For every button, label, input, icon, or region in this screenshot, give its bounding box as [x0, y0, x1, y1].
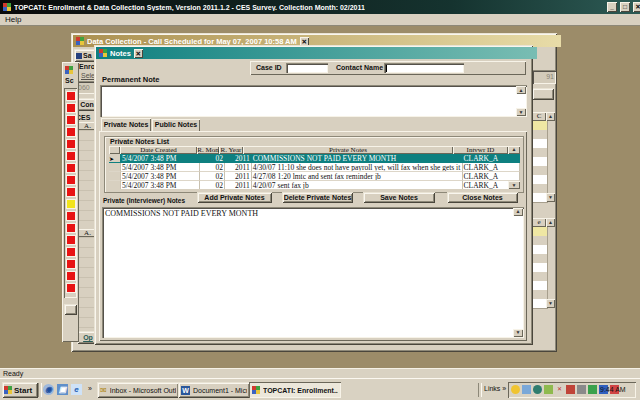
status-square[interactable]	[67, 176, 75, 184]
case-id-label: Case ID	[256, 64, 282, 72]
minimize-button[interactable]: _	[607, 2, 617, 12]
col-private-notes[interactable]: Private Notes	[243, 146, 453, 154]
task-button-topcati[interactable]: TOPCATI: Enrollment...	[249, 382, 341, 398]
row-selector[interactable]	[109, 181, 121, 189]
status-square[interactable]	[67, 188, 75, 196]
status-square[interactable]	[67, 140, 75, 148]
cell-note[interactable]: 4/30/07 11:10 she does not have payroll …	[252, 163, 463, 172]
quick-launch-chevron-icon[interactable]: »	[88, 385, 92, 392]
status-square[interactable]	[67, 104, 75, 112]
cell-note[interactable]: 4/27/08 1:20 lmtc and sent fax reminder …	[252, 172, 463, 181]
scroll-up-icon[interactable]: ▲	[513, 208, 523, 216]
cell-ryear[interactable]: 2011	[225, 172, 252, 181]
col-r-year[interactable]: R. Year	[219, 146, 243, 154]
status-square[interactable]	[67, 92, 75, 100]
taskbar-clock[interactable]: 9:44 AM	[600, 386, 626, 393]
cell-intvwr[interactable]: CLARK_A	[463, 172, 520, 181]
status-square[interactable]	[67, 128, 75, 136]
table-row[interactable]: ➤ 5/4/2007 3:48 PM 02 2011 COMMISSIONS N…	[109, 154, 520, 163]
cell-ryear[interactable]: 2011	[225, 154, 252, 163]
quick-launch-icon[interactable]: ▣	[57, 384, 68, 395]
cell-date[interactable]: 5/4/2007 3:48 PM	[121, 181, 200, 189]
status-square[interactable]	[67, 260, 75, 268]
cell-rmon[interactable]: 02	[200, 163, 225, 172]
start-button[interactable]: Start	[2, 382, 38, 398]
cell-rmon[interactable]: 02	[200, 181, 225, 189]
notes-close-button[interactable]: ✕	[134, 49, 143, 58]
tray-icon[interactable]	[566, 385, 575, 394]
grid-scroll-up[interactable]: ▲	[508, 146, 520, 154]
schedule-status-list[interactable]	[64, 88, 77, 298]
row-selector[interactable]: ➤	[109, 154, 121, 163]
grid-scroll-down[interactable]: ▼	[508, 181, 520, 189]
cell-note[interactable]: COMMISSIONS NOT PAID EVERY MONTH	[252, 154, 463, 163]
private-notes-grid[interactable]: Date Created R. Mon R. Year Private Note…	[109, 146, 520, 189]
quick-launch-icon[interactable]: ◉	[43, 384, 54, 395]
status-square[interactable]	[67, 236, 75, 244]
status-square[interactable]	[67, 116, 75, 124]
status-square[interactable]	[67, 152, 75, 160]
quick-launch-icon[interactable]: e	[71, 384, 82, 395]
tray-icon[interactable]: ✕	[555, 385, 564, 394]
scroll-up-icon[interactable]: ▲	[516, 86, 526, 94]
col-r-mon[interactable]: R. Mon	[197, 146, 219, 154]
cell-intvwr[interactable]: CLARK_A	[463, 154, 520, 163]
scroll-up-icon[interactable]: ▲	[546, 218, 555, 227]
contact-name-input[interactable]	[384, 63, 464, 73]
add-private-notes-button[interactable]: Add Private Notes	[197, 192, 272, 203]
task-button-word[interactable]: W Document1 - Microsoft W...	[178, 382, 250, 398]
status-square[interactable]	[67, 272, 75, 280]
tab-public-notes[interactable]: Public Notes	[152, 119, 200, 131]
main-close-button[interactable]: ✕	[633, 2, 640, 12]
table-row[interactable]: 5/4/2007 3:48 PM 02 2011 4/27/08 1:20 lm…	[109, 172, 520, 181]
tray-icon[interactable]	[588, 385, 597, 394]
cell-rmon[interactable]: 02	[200, 154, 225, 163]
row-selector[interactable]	[109, 163, 121, 172]
cell-date[interactable]: 5/4/2007 3:48 PM	[121, 163, 200, 172]
scroll-down-icon[interactable]: ▼	[546, 193, 555, 202]
tray-icon[interactable]	[511, 385, 520, 394]
maximize-button[interactable]: □	[620, 2, 630, 12]
table-row[interactable]: 5/4/2007 3:48 PM 02 2011 4/30/07 11:10 s…	[109, 163, 520, 172]
status-square[interactable]	[67, 212, 75, 220]
scroll-down-icon[interactable]: ▼	[546, 299, 555, 308]
tray-icon[interactable]	[577, 385, 586, 394]
scroll-down-icon[interactable]: ▼	[516, 108, 526, 116]
dc-small-button[interactable]	[532, 88, 554, 100]
menu-help[interactable]: Help	[5, 15, 21, 24]
save-notes-button[interactable]: Save Notes	[363, 192, 435, 203]
cell-note[interactable]: 4/20/07 sent fax jb	[252, 181, 463, 189]
delete-private-notes-button[interactable]: Delete Private Notes	[282, 192, 353, 203]
tab-private-notes[interactable]: Private Notes	[101, 118, 151, 131]
task-button-outlook[interactable]: ✉ Inbox - Microsoft Outlook	[97, 382, 179, 398]
permanent-note-textarea[interactable]: ▲ ▼	[100, 85, 527, 117]
tray-icon[interactable]	[544, 385, 553, 394]
case-id-input[interactable]	[286, 63, 328, 73]
close-notes-button[interactable]: Close Notes	[447, 192, 518, 203]
status-square[interactable]	[67, 164, 75, 172]
interviewer-notes-textarea[interactable]: COMMISSIONS NOT PAID EVERY MONTH ▲ ▼	[102, 207, 524, 338]
cell-date[interactable]: 5/4/2007 3:48 PM	[121, 172, 200, 181]
cell-rmon[interactable]: 02	[200, 172, 225, 181]
cell-intvwr[interactable]: CLARK_A	[463, 163, 520, 172]
scroll-up-icon[interactable]: ▲	[546, 112, 555, 121]
schedule-button[interactable]	[64, 304, 77, 315]
cell-ryear[interactable]: 2011	[225, 181, 252, 189]
table-row[interactable]: 5/4/2007 3:48 PM 02 2011 4/20/07 sent fa…	[109, 181, 520, 189]
status-square[interactable]	[67, 200, 75, 208]
row-selector[interactable]	[109, 172, 121, 181]
col-date-created[interactable]: Date Created	[120, 146, 197, 154]
status-square[interactable]	[67, 248, 75, 256]
col-intvwr-id[interactable]: Intvwr ID	[453, 146, 508, 154]
links-label: Links	[484, 385, 500, 392]
scroll-down-icon[interactable]: ▼	[513, 329, 523, 337]
dc-grid-c-cells	[532, 121, 548, 203]
tray-icon[interactable]	[522, 385, 531, 394]
links-toolbar[interactable]: Links »	[484, 385, 506, 392]
cell-date[interactable]: 5/4/2007 3:48 PM	[121, 154, 200, 163]
status-square[interactable]	[67, 224, 75, 232]
tray-icon[interactable]	[533, 385, 542, 394]
status-square[interactable]	[67, 284, 75, 292]
notes-titlebar[interactable]: Notes ✕	[96, 47, 537, 59]
cell-ryear[interactable]: 2011	[225, 163, 252, 172]
